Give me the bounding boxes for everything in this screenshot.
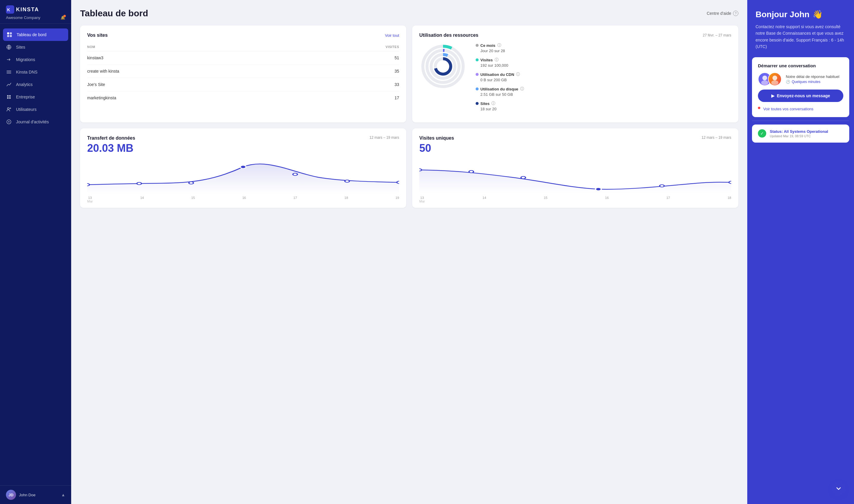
transfert-card: Transfert de données 12 mars – 19 mars 2… (80, 128, 406, 208)
svg-text:K: K (7, 7, 11, 12)
stat-dot (476, 73, 479, 76)
bottom-row: Transfert de données 12 mars – 19 mars 2… (80, 128, 739, 208)
info-icon[interactable]: ⓘ (491, 101, 495, 106)
sidebar-item-entreprise[interactable]: Entreprise (0, 91, 71, 103)
dashboard-icon (6, 32, 13, 38)
info-icon[interactable]: ⓘ (495, 57, 498, 62)
resources-layout: Ce mois ⓘ Jour 20 sur 28 Visites ⓘ 192 s… (419, 43, 731, 115)
support-description: Contactez notre support si vous avez con… (755, 23, 846, 50)
stat-row: Utilisation du CDN ⓘ 0 B sur 200 GB (476, 72, 731, 82)
info-icon[interactable]: ⓘ (520, 86, 524, 92)
send-message-button[interactable]: ▶ Envoyez-nous un message (758, 90, 843, 102)
send-icon: ▶ (771, 93, 775, 98)
help-link[interactable]: Centre d'aide ? (707, 11, 739, 16)
sidebar-item-label: Tableau de bord (17, 32, 46, 37)
svg-rect-5 (10, 35, 12, 37)
visites-chart-area (419, 158, 731, 194)
svg-point-38 (772, 76, 777, 80)
voir-tout-link[interactable]: Voir tout (385, 33, 399, 38)
bell-icon[interactable]: 🔔 (60, 15, 65, 20)
support-greeting: Bonjour John 👋 (755, 10, 846, 19)
conversations-link-row[interactable]: Voir toutes vos conversations (758, 105, 843, 111)
visites-labels: 13Mar 14 15 16 17 18 (419, 194, 731, 208)
table-row[interactable]: marketingkinsta 17 (87, 91, 399, 105)
info-icon[interactable]: ⓘ (497, 43, 501, 48)
sites-card: Vos sites Voir tout NOM VISITES kinstaw3… (80, 25, 406, 123)
svg-point-12 (7, 108, 9, 109)
svg-point-29 (397, 181, 399, 183)
page-header: Tableau de bord Centre d'aide ? (80, 8, 739, 18)
visites-card: Visites uniques 12 mars – 19 mars 50 (412, 128, 739, 208)
entreprise-icon (6, 94, 12, 100)
logo-text: kinsta (16, 6, 39, 13)
site-name: create with kinsta (87, 65, 307, 78)
site-visits: 51 (307, 51, 399, 65)
stat-row: Ce mois ⓘ Jour 20 sur 28 (476, 43, 731, 53)
support-panel: Bonjour John 👋 Contactez notre support s… (747, 0, 854, 504)
svg-rect-10 (7, 97, 8, 99)
col-nom: NOM (87, 43, 307, 51)
journal-icon (6, 119, 12, 125)
kinsta-logo: K kinsta (6, 5, 65, 14)
svg-point-35 (729, 181, 731, 183)
visites-date: 12 mars – 19 mars (701, 136, 731, 140)
agent-row: Notre délai de réponse habituel 🕐 Quelqu… (758, 72, 843, 86)
svg-point-28 (345, 180, 350, 182)
site-visits: 35 (307, 65, 399, 78)
agents-avatars (758, 72, 782, 86)
sidebar-item-utilisateurs[interactable]: Utilisateurs (0, 103, 71, 115)
visites-header: Visites uniques 12 mars – 19 mars (419, 136, 731, 141)
sidebar-item-tableau[interactable]: Tableau de bord (3, 29, 68, 41)
svg-point-30 (419, 169, 422, 171)
status-updated: Updated Mar 19, 08:59 UTC (770, 134, 828, 138)
stat-dot (476, 102, 479, 105)
stat-value: Jour 20 sur 28 (480, 49, 731, 53)
svg-point-15 (423, 46, 463, 87)
stat-dot (476, 44, 479, 47)
transfert-chart-area (87, 158, 399, 194)
sidebar-item-journal[interactable]: Journal d'activités (0, 115, 71, 128)
fab-button[interactable] (832, 482, 846, 496)
company-row: Awesome Company 🔔 (6, 15, 65, 20)
response-info: Notre délai de réponse habituel 🕐 Quelqu… (786, 74, 839, 84)
sites-icon (6, 44, 12, 50)
table-row[interactable]: kinstaw3 51 (87, 51, 399, 65)
red-dot-icon (758, 107, 760, 109)
svg-rect-11 (9, 97, 11, 99)
user-chevron-icon[interactable]: ▲ (61, 492, 65, 497)
sidebar-item-sites[interactable]: Sites (0, 41, 71, 53)
svg-point-24 (137, 182, 142, 185)
stat-label: Ce mois ⓘ (476, 43, 731, 48)
sidebar-item-label: Journal d'activités (16, 120, 49, 124)
svg-point-37 (761, 80, 768, 85)
svg-point-27 (293, 173, 298, 176)
notification-dot (64, 15, 66, 17)
sidebar-item-dns[interactable]: Kinsta DNS (0, 66, 71, 78)
send-btn-label: Envoyez-nous un message (777, 93, 830, 98)
user-name: John Doe (19, 493, 36, 497)
info-icon[interactable]: ⓘ (516, 72, 520, 77)
site-visits: 17 (307, 91, 399, 105)
sidebar-header: K kinsta Awesome Company 🔔 (0, 0, 71, 24)
col-visites: VISITES (307, 43, 399, 51)
conversations-link-text: Voir toutes vos conversations (762, 107, 815, 111)
donut-chart (419, 43, 467, 90)
table-row[interactable]: Joe's Site 33 (87, 78, 399, 91)
user-info[interactable]: JD John Doe (6, 490, 36, 500)
svg-point-32 (521, 176, 526, 179)
svg-rect-8 (7, 95, 8, 97)
svg-rect-9 (9, 95, 11, 97)
migrations-icon (6, 57, 12, 62)
sites-table: NOM VISITES kinstaw3 51 create with kins… (87, 43, 399, 104)
stat-row: Sites ⓘ 18 sur 20 (476, 101, 731, 111)
top-cards-row: Vos sites Voir tout NOM VISITES kinstaw3… (80, 25, 739, 123)
sidebar-item-analytics[interactable]: Analytics (0, 78, 71, 91)
site-name: marketingkinsta (87, 91, 307, 105)
conversation-card: Démarrer une conversation Notre délai de… (752, 57, 849, 117)
stat-value: 0 B sur 200 GB (480, 78, 731, 82)
table-row[interactable]: create with kinsta 35 (87, 65, 399, 78)
sidebar-item-migrations[interactable]: Migrations (0, 53, 71, 66)
svg-point-31 (469, 170, 474, 173)
greeting-text: Bonjour John (755, 10, 809, 19)
response-label: Notre délai de réponse habituel (786, 74, 839, 79)
